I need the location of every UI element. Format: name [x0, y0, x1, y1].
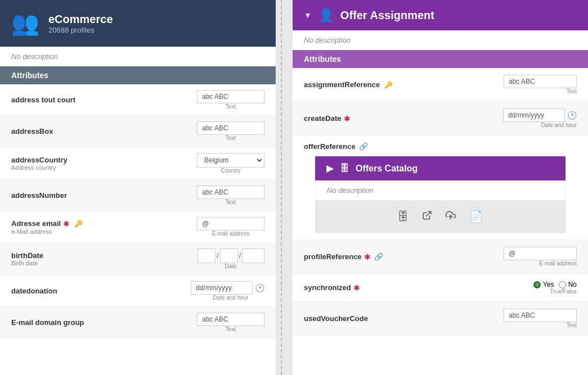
- attr-type-label: Text: [567, 322, 577, 328]
- addressbox-input[interactable]: [197, 121, 264, 135]
- radio-no-text: No: [568, 281, 577, 288]
- attr-name: birthDate: [11, 251, 124, 260]
- attr-sublabel: Address country: [11, 164, 124, 171]
- attr-name: profileReference: [304, 252, 362, 261]
- attr-row-addresscountry: addressCountry Address country Belgium F…: [0, 147, 276, 180]
- attr-type-label: Text: [567, 88, 577, 94]
- right-attributes-header: Attributes: [293, 50, 588, 68]
- key-icon: 🔑: [384, 81, 393, 89]
- radio-no-input[interactable]: [559, 281, 566, 288]
- offer-assignment-title: Offer Assignment: [340, 9, 434, 22]
- right-attr-row-assignment-reference: assignmentReference 🔑 Text: [293, 68, 588, 102]
- left-panel: 👥 eCommerce 20688 profiles No descriptio…: [0, 0, 276, 375]
- offer-header-icon: 👤: [318, 8, 334, 22]
- attr-row-address-tout-court: address tout court Text: [0, 84, 276, 116]
- attr-type-label: Date and hour: [197, 295, 264, 301]
- clock-icon: 🕐: [255, 283, 264, 292]
- right-attr-row-create-date: createDate ✱ 🕐 Date and hour: [293, 102, 588, 135]
- attr-name: E-mail domain group: [11, 318, 124, 327]
- left-no-description: No description: [0, 47, 276, 66]
- required-star: ✱: [344, 114, 351, 123]
- attr-name: addressNumber: [11, 191, 124, 200]
- attr-name: assignmentReference: [304, 80, 380, 89]
- attr-row-addressbox: addressBox Text: [0, 116, 276, 147]
- attr-type-label: Date: [197, 263, 264, 269]
- required-star: ✱: [364, 252, 371, 261]
- attr-row-email-domain-group: E-mail domain group Text: [0, 307, 276, 338]
- required-star: ✱: [353, 283, 360, 292]
- offers-toolbar: 🗄 📄: [315, 201, 565, 233]
- toolbar-upload-button[interactable]: [443, 207, 458, 225]
- key-icon: 🔑: [74, 220, 83, 228]
- attr-row-adresse-email: Adresse email ✱ 🔑 e-Mail address E-mail …: [0, 211, 276, 243]
- attr-name: datedonation: [11, 287, 124, 295]
- offers-catalog-title: Offers Catalog: [356, 164, 418, 174]
- assignment-reference-input[interactable]: [504, 75, 577, 88]
- addresscountry-select[interactable]: Belgium France Germany: [197, 153, 264, 168]
- profile-reference-input[interactable]: [504, 247, 577, 260]
- offers-catalog-header: ▶ 🗄 Offers Catalog: [315, 156, 565, 180]
- attr-type-label: True/False: [550, 288, 577, 295]
- adresse-email-input[interactable]: [197, 217, 264, 231]
- attr-type-label: Text: [197, 103, 264, 110]
- attr-row-birthdate: birthDate Birth date / / Date: [0, 243, 276, 275]
- attr-name: synchronized: [304, 283, 351, 292]
- radio-yes-input[interactable]: [533, 281, 541, 288]
- right-panel: ▼ 👤 Offer Assignment No description Attr…: [293, 0, 588, 375]
- birthdate-day[interactable]: [198, 249, 216, 263]
- profile-count: 20688 profiles: [48, 26, 113, 34]
- attr-type-label: E-mail address: [539, 260, 577, 266]
- collapse-arrow[interactable]: ▼: [304, 11, 312, 20]
- birthdate-year[interactable]: [242, 249, 264, 263]
- svg-line-0: [427, 211, 431, 216]
- attr-type-label: Text: [197, 135, 264, 141]
- right-attr-row-profile-reference: profileReference ✱ 🔗 E-mail address: [293, 240, 588, 274]
- profile-header: 👥 eCommerce 20688 profiles: [0, 0, 276, 47]
- create-date-input[interactable]: [503, 109, 565, 122]
- email-domain-group-input[interactable]: [197, 313, 264, 326]
- catalog-collapse-arrow[interactable]: ▶: [326, 163, 333, 174]
- attr-type-label: Text: [197, 326, 264, 332]
- toolbar-file-button[interactable]: 📄: [467, 207, 486, 225]
- radio-yes-label[interactable]: Yes: [533, 281, 554, 288]
- offers-catalog-panel: ▶ 🗄 Offers Catalog No description 🗄: [304, 156, 577, 233]
- attr-name: address tout court: [11, 96, 124, 104]
- left-attributes-header: Attributes: [0, 66, 276, 84]
- attr-type-label: E-mail address: [197, 231, 264, 237]
- radio-no-label[interactable]: No: [559, 281, 577, 288]
- link-icon: 🔗: [359, 142, 368, 151]
- catalog-db-icon: 🗄: [340, 164, 349, 174]
- attr-name: addressBox: [11, 127, 124, 135]
- addressnumber-input[interactable]: [197, 186, 264, 199]
- right-attr-row-synchronized: synchronized ✱ Yes No True/False: [293, 274, 588, 302]
- attr-sublabel: e-Mail address: [11, 228, 124, 235]
- datedonation-input[interactable]: [191, 281, 253, 295]
- address-tout-court-input[interactable]: [197, 90, 264, 103]
- right-attr-row-used-voucher-code: usedVoucherCode Text: [293, 302, 588, 336]
- right-attr-row-offer-reference: offerReference 🔗 ▶ 🗄 Offers Catalog No d…: [293, 135, 588, 240]
- attr-type-label: Country: [197, 168, 264, 174]
- attr-name: usedVoucherCode: [304, 314, 368, 323]
- used-voucher-code-input[interactable]: [504, 309, 577, 322]
- required-star: ✱: [63, 219, 70, 228]
- attr-name: offerReference: [304, 142, 356, 151]
- attr-name: addressCountry: [11, 156, 124, 164]
- offers-no-description: No description: [315, 180, 565, 201]
- toolbar-external-link-button[interactable]: [420, 207, 434, 225]
- attr-name: createDate: [304, 114, 342, 123]
- attr-type-label: Text: [197, 199, 264, 205]
- attr-row-datedonation: datedonation 🕐 Date and hour: [0, 275, 276, 307]
- profile-icon: 👥: [11, 10, 39, 37]
- offer-assignment-header: ▼ 👤 Offer Assignment: [293, 0, 588, 30]
- birthdate-month[interactable]: [220, 249, 238, 263]
- attr-sublabel: Birth date: [11, 260, 124, 266]
- right-no-description: No description: [293, 30, 588, 50]
- toolbar-database-button[interactable]: 🗄: [395, 207, 411, 225]
- attr-name: Adresse email: [11, 219, 61, 228]
- link-icon: 🔗: [374, 252, 383, 261]
- profile-name: eCommerce: [48, 13, 113, 26]
- attr-type-label: Date and hour: [541, 122, 577, 128]
- radio-yes-text: Yes: [543, 281, 554, 288]
- attr-row-addressnumber: addressNumber Text: [0, 180, 276, 211]
- clock-icon: 🕐: [567, 111, 577, 120]
